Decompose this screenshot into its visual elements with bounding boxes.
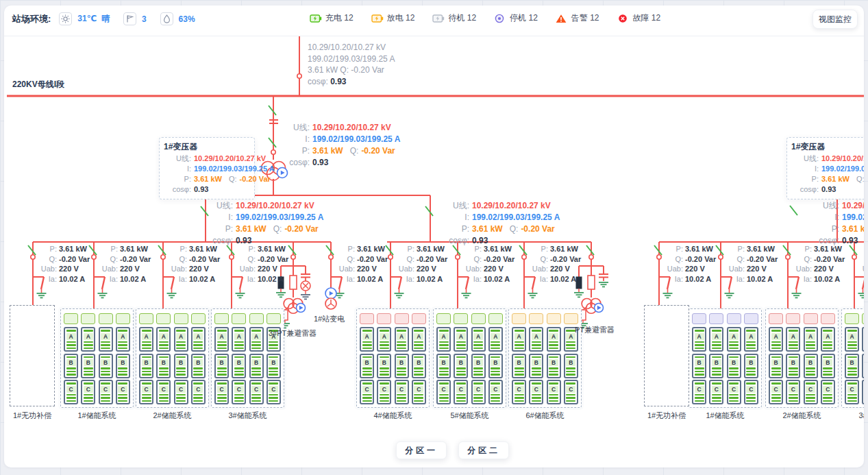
measurement-text: 0.93 xyxy=(312,158,328,167)
battery-cluster-letter: C xyxy=(569,386,573,393)
compensation-label: 1#无功补偿 xyxy=(644,411,689,421)
measurement-text: Q: xyxy=(273,223,282,235)
feeder-value: -0.20 Var xyxy=(357,255,388,263)
zone-button-2[interactable]: 分区二 xyxy=(458,441,509,459)
battery-module: B xyxy=(862,354,864,378)
feeder-key: Uab: xyxy=(395,264,414,274)
battery-cluster-letter: C xyxy=(162,386,166,393)
feeder-value: -0.20 Var xyxy=(550,255,581,263)
storage-system-box[interactable]: ABCABCABCABC xyxy=(841,308,864,408)
storage-system-box[interactable]: ABCABCABCABC xyxy=(136,308,209,408)
branch-measurements: U线:10.29/10.20/10.27 kVI:199.02/199.03/1… xyxy=(439,200,560,247)
measurement-text: Q: xyxy=(510,223,519,235)
battery-cluster-letter: C xyxy=(179,386,183,393)
battery-module: B xyxy=(412,354,426,378)
zone-buttons: 分区一分区二 xyxy=(396,441,509,459)
battery-cluster-letter: B xyxy=(254,359,258,366)
battery-module: A xyxy=(174,327,188,352)
battery-cluster-letter: C xyxy=(774,386,778,393)
branch-measurements: U线:10.29/10.20/10.27 kVI:199.02/199.03/1… xyxy=(203,200,323,247)
battery-module: C xyxy=(769,380,783,404)
measurement-text: I: xyxy=(164,164,191,174)
legend-item-故障[interactable]: 故障 12 xyxy=(617,12,661,24)
battery-module: C xyxy=(412,380,426,404)
battery-module: B xyxy=(564,354,578,378)
measurement-text: 199.02/199.03/199.25 A xyxy=(194,165,275,173)
legend-count: 12 xyxy=(652,13,660,23)
battery-cluster-letter: B xyxy=(220,359,224,366)
feeder-key: P: xyxy=(236,244,256,254)
battery-module: C xyxy=(377,380,391,404)
storage-system-box[interactable]: ABCABCABCABC xyxy=(508,308,582,408)
measurement-text: P: xyxy=(164,174,191,184)
battery-cluster-letter: B xyxy=(179,359,183,366)
battery-module: A xyxy=(116,327,130,352)
battery-cluster-letter: B xyxy=(145,359,149,366)
battery-module: A xyxy=(547,327,561,352)
battery-cluster-letter: C xyxy=(196,386,200,393)
battery-module: B xyxy=(786,354,800,378)
battery-module: B xyxy=(360,354,374,378)
feeder-key: P: xyxy=(38,244,57,254)
legend-item-充电[interactable]: 充电 12 xyxy=(310,12,354,24)
battery-module: C xyxy=(786,380,800,404)
battery-module: B xyxy=(191,354,206,378)
battery-module: B xyxy=(804,354,818,378)
zone-button-1[interactable]: 分区一 xyxy=(396,441,447,459)
battery-cluster-letter: C xyxy=(220,386,224,393)
battery-cluster-letter: C xyxy=(121,386,125,393)
storage-system-box[interactable]: ABCABCABCABC xyxy=(211,308,284,408)
battery-cluster-letter: B xyxy=(442,359,446,366)
pcs-status-indicator xyxy=(804,313,818,324)
measurement-text: P: xyxy=(280,145,310,157)
battery-module: A xyxy=(81,327,95,352)
measurement-text: -0.20 Var xyxy=(521,224,554,234)
battery-cluster-letter: A xyxy=(715,333,719,340)
legend-item-停机[interactable]: 停机 12 xyxy=(494,12,538,24)
storage-system-label: 2#储能系统 xyxy=(765,411,839,421)
equipment-label: PT兼避雷器 xyxy=(575,325,615,335)
feeder-measurements: P:3.61 kWQ:-0.20 VarUab:220 VIa:10.02 A xyxy=(859,244,864,284)
storage-system-label: 1#储能系统 xyxy=(60,411,134,421)
battery-cluster-letter: B xyxy=(459,359,463,366)
battery-module: A xyxy=(64,327,78,352)
feeder-measurements: P:3.61 kWQ:-0.20 VarUab:220 VIa:10.02 A xyxy=(38,244,90,284)
legend-item-放电[interactable]: 放电 12 xyxy=(371,12,415,24)
battery-cluster-letter: B xyxy=(791,359,795,366)
storage-system-label: 1#储能系统 xyxy=(689,411,762,421)
battery-cluster-letter: B xyxy=(417,359,421,366)
battery-cluster-letter: A xyxy=(826,333,830,340)
legend-item-告警[interactable]: 告警 12 xyxy=(556,12,599,24)
battery-module: A xyxy=(512,327,526,352)
battery-cluster-letter: C xyxy=(382,386,386,393)
battery-icon xyxy=(310,14,322,23)
pcs-status-indicator xyxy=(488,313,503,324)
measurement-text: U线: xyxy=(164,154,191,164)
view-monitor-button[interactable]: 视图监控 xyxy=(813,10,858,29)
battery-cluster-letter: A xyxy=(417,333,421,340)
battery-module: B xyxy=(99,354,113,378)
measurement-text: Q: xyxy=(350,145,359,157)
storage-system-box[interactable]: ABCABCABCABC xyxy=(765,308,839,408)
storage-system-box[interactable]: ABCABCABCABC xyxy=(689,308,762,408)
battery-cluster-letter: A xyxy=(86,333,90,340)
storage-system-box[interactable]: ABCABCABCABC xyxy=(433,308,506,408)
legend-item-待机[interactable]: 待机 12 xyxy=(432,12,476,24)
battery-module: C xyxy=(395,380,409,404)
bus-220kv-label: 220KV母线I段 xyxy=(12,79,64,90)
battery-cluster-letter: A xyxy=(442,333,446,340)
battery-module: A xyxy=(395,327,409,352)
battery-cluster-letter: A xyxy=(569,333,573,340)
feeder-value: -0.20 Var xyxy=(814,255,845,263)
pcs-status-indicator xyxy=(191,313,206,324)
storage-system-box[interactable]: ABCABCABCABC xyxy=(60,308,134,408)
battery-module: A xyxy=(214,327,229,352)
storage-system-box[interactable]: ABCABCABCABC xyxy=(356,308,430,408)
reactive-compensation-box[interactable] xyxy=(644,305,689,406)
feeder-value: 220 V xyxy=(814,265,834,273)
feeder-value: 220 V xyxy=(120,265,140,273)
measurement-text: cosφ: xyxy=(280,157,310,169)
battery-module: C xyxy=(471,380,486,404)
reactive-compensation-box[interactable] xyxy=(10,305,55,406)
battery-cluster-letter: A xyxy=(808,333,813,340)
